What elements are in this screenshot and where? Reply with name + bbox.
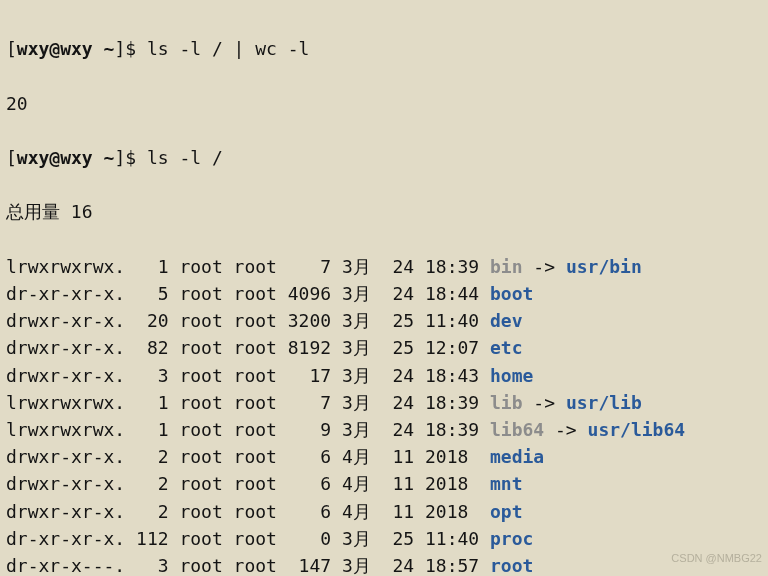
row-meta: dr-xr-xr-x. 112 root root 0 3月 25 11:40 [6, 528, 490, 549]
file-listing: lrwxrwxrwx. 1 root root 7 3月 24 18:39 bi… [6, 253, 762, 576]
wc-result: 20 [6, 90, 762, 117]
entry-name: bin [490, 256, 523, 277]
row-meta: drwxr-xr-x. 20 root root 3200 3月 25 11:4… [6, 310, 490, 331]
cwd: ~ [104, 38, 115, 59]
list-row-proc: dr-xr-xr-x. 112 root root 0 3月 25 11:40 … [6, 525, 762, 552]
list-row-opt: drwxr-xr-x. 2 root root 6 4月 11 2018 opt [6, 498, 762, 525]
link-target: usr/lib [566, 392, 642, 413]
watermark: CSDN @NMBG22 [671, 545, 762, 572]
arrow-icon: -> [523, 392, 566, 413]
entry-name: opt [490, 501, 523, 522]
entry-name: home [490, 365, 533, 386]
row-meta: lrwxrwxrwx. 1 root root 7 3月 24 18:39 [6, 392, 490, 413]
row-meta: drwxr-xr-x. 2 root root 6 4月 11 2018 [6, 473, 490, 494]
row-meta: dr-xr-x---. 3 root root 147 3月 24 18:57 [6, 555, 490, 576]
total-line: 总用量 16 [6, 198, 762, 225]
list-row-dev: drwxr-xr-x. 20 root root 3200 3月 25 11:4… [6, 307, 762, 334]
entry-name: mnt [490, 473, 523, 494]
arrow-icon: -> [544, 419, 587, 440]
link-target: usr/bin [566, 256, 642, 277]
list-row-boot: dr-xr-xr-x. 5 root root 4096 3月 24 18:44… [6, 280, 762, 307]
row-meta: dr-xr-xr-x. 5 root root 4096 3月 24 18:44 [6, 283, 490, 304]
entry-name: proc [490, 528, 533, 549]
entry-name: root [490, 555, 533, 576]
row-meta: lrwxrwxrwx. 1 root root 7 3月 24 18:39 [6, 256, 490, 277]
prompt-line-1[interactable]: [wxy@wxy ~]$ ls -l / | wc -l [6, 35, 762, 62]
link-target: usr/lib64 [588, 419, 686, 440]
list-row-lib: lrwxrwxrwx. 1 root root 7 3月 24 18:39 li… [6, 389, 762, 416]
row-meta: lrwxrwxrwx. 1 root root 9 3月 24 18:39 [6, 419, 490, 440]
entry-name: lib [490, 392, 523, 413]
prompt-line-2[interactable]: [wxy@wxy ~]$ ls -l / [6, 144, 762, 171]
row-meta: drwxr-xr-x. 2 root root 6 4月 11 2018 [6, 501, 490, 522]
bracket-close: ]$ [114, 38, 147, 59]
entry-name: dev [490, 310, 523, 331]
command-1: ls -l / | wc -l [147, 38, 310, 59]
row-meta: drwxr-xr-x. 3 root root 17 3月 24 18:43 [6, 365, 490, 386]
list-row-home: drwxr-xr-x. 3 root root 17 3月 24 18:43 h… [6, 362, 762, 389]
entry-name: media [490, 446, 544, 467]
entry-name: boot [490, 283, 533, 304]
entry-name: etc [490, 337, 523, 358]
list-row-bin: lrwxrwxrwx. 1 root root 7 3月 24 18:39 bi… [6, 253, 762, 280]
list-row-media: drwxr-xr-x. 2 root root 6 4月 11 2018 med… [6, 443, 762, 470]
list-row-root: dr-xr-x---. 3 root root 147 3月 24 18:57 … [6, 552, 762, 576]
user-host: wxy@wxy [17, 38, 93, 59]
arrow-icon: -> [523, 256, 566, 277]
row-meta: drwxr-xr-x. 2 root root 6 4月 11 2018 [6, 446, 490, 467]
list-row-etc: drwxr-xr-x. 82 root root 8192 3月 25 12:0… [6, 334, 762, 361]
entry-name: lib64 [490, 419, 544, 440]
command-2: ls -l / [147, 147, 223, 168]
row-meta: drwxr-xr-x. 82 root root 8192 3月 25 12:0… [6, 337, 490, 358]
list-row-lib64: lrwxrwxrwx. 1 root root 9 3月 24 18:39 li… [6, 416, 762, 443]
list-row-mnt: drwxr-xr-x. 2 root root 6 4月 11 2018 mnt [6, 470, 762, 497]
terminal-output: [wxy@wxy ~]$ ls -l / | wc -l 20 [wxy@wxy… [0, 0, 768, 576]
bracket-open: [ [6, 38, 17, 59]
